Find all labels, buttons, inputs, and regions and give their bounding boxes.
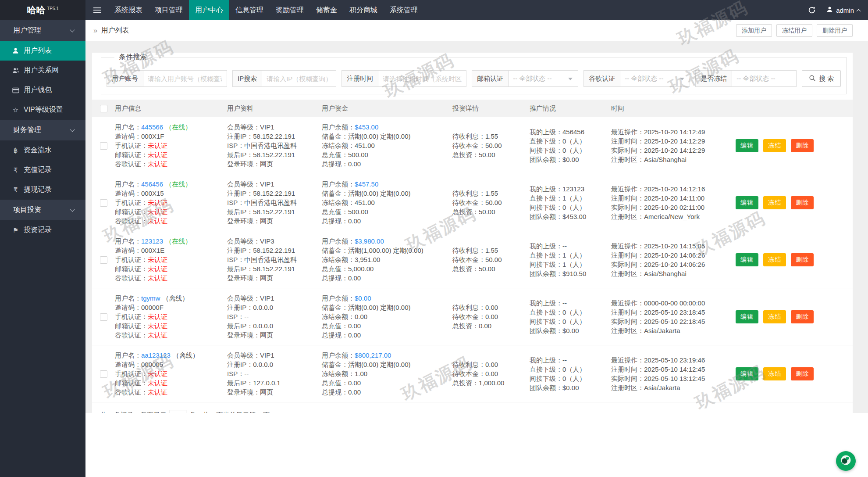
col-header-user-profile: 用户资料: [224, 100, 318, 117]
total-withdraw: 0.00: [348, 388, 361, 396]
pending-interest: 1.55: [485, 133, 498, 140]
field-label: 冻结余额：: [322, 256, 355, 263]
sidebar-item[interactable]: ฿资金流水: [0, 140, 85, 160]
user-account-input[interactable]: [143, 70, 227, 87]
edit-button[interactable]: 编辑: [736, 367, 758, 380]
field-label: 最后IP：: [227, 379, 253, 387]
google-auth-select[interactable]: -- 全部状态 --: [620, 70, 690, 87]
sidebar-group[interactable]: 财务管理: [0, 120, 85, 140]
row-checkbox[interactable]: [100, 313, 107, 321]
refresh-icon[interactable]: [808, 6, 816, 14]
sidebar-item[interactable]: 用户列表: [0, 41, 85, 61]
field-label: 最近操作：: [611, 356, 644, 364]
wallet-icon: [11, 87, 20, 93]
delete-button[interactable]: 删除: [791, 139, 814, 152]
upline: --: [562, 356, 567, 364]
sidebar-item[interactable]: ⚑投资记录: [0, 220, 85, 240]
field-label: 用户名：: [115, 294, 141, 302]
service-icon: [840, 454, 852, 468]
edit-button[interactable]: 编辑: [736, 253, 758, 266]
total-invest: 50.00: [479, 151, 495, 158]
freeze-button[interactable]: 冻结: [763, 310, 786, 323]
freeze-status-select[interactable]: -- 全部状态 --: [732, 70, 797, 87]
sidebar-item[interactable]: ₹提现记录: [0, 180, 85, 200]
row-checkbox[interactable]: [100, 199, 107, 207]
hamburger-menu-icon[interactable]: [85, 0, 108, 20]
freeze-button[interactable]: 冻结: [763, 196, 786, 209]
indirect-downline: 1（人）: [562, 261, 586, 268]
edit-button[interactable]: 编辑: [736, 139, 758, 152]
delete-button[interactable]: 删除: [791, 196, 814, 209]
field-label: 谷歌认证：: [115, 274, 148, 282]
topnav-item[interactable]: 信息管理: [229, 0, 270, 20]
topnav-item[interactable]: 用户中心: [189, 0, 229, 20]
username-link[interactable]: 123123: [141, 237, 163, 245]
topnav-item[interactable]: 项目管理: [149, 0, 189, 20]
username-link[interactable]: 445566: [141, 123, 163, 131]
register-time-input[interactable]: [378, 70, 466, 87]
brand-version: TP5.1: [47, 6, 59, 11]
sidebar-item[interactable]: ☆VIP等级设置: [0, 100, 85, 120]
field-label: 邀请码：: [115, 190, 141, 197]
frozen-balance: 1.00: [355, 370, 367, 377]
service-float-button[interactable]: [836, 451, 856, 471]
cell-user-info: 用户名：aa123123（离线） 邀请码：000005 手机认证：未认证 邮箱认…: [111, 345, 224, 402]
add-user-button[interactable]: 添加用户: [736, 24, 772, 37]
table-header-row: 用户信息 用户资料 用户资金 投资详情 推广情况 时间: [92, 100, 853, 117]
topbar-right: admin: [808, 0, 868, 20]
topnav-item[interactable]: 系统管理: [384, 0, 424, 20]
per-page-select[interactable]: 20: [170, 410, 186, 413]
topnav-item[interactable]: 奖励管理: [270, 0, 310, 20]
edit-button[interactable]: 编辑: [736, 310, 758, 323]
delete-button[interactable]: 删除: [791, 310, 814, 323]
topnav-item[interactable]: 积分商城: [343, 0, 384, 20]
frozen-balance: 451.00: [355, 199, 375, 206]
user-menu[interactable]: admin: [826, 6, 860, 14]
search-button[interactable]: 搜 索: [802, 70, 841, 87]
username-link[interactable]: aa123123: [141, 351, 171, 359]
chevron-up-icon: [857, 9, 861, 13]
topnav-item[interactable]: 储蓄金: [310, 0, 343, 20]
delete-button[interactable]: 删除: [791, 367, 814, 380]
field-label: 登录环境：: [227, 217, 260, 225]
phone-auth-status: 未认证: [148, 370, 167, 377]
cell-user-info: 用户名：456456（在线） 邀请码：000X15 手机认证：未认证 邮箱认证：…: [111, 174, 224, 231]
freeze-user-button[interactable]: 冻结用户: [776, 24, 812, 37]
username-link[interactable]: 456456: [141, 180, 163, 188]
register-time: 2025-10-20 14:12:29: [644, 137, 705, 145]
freeze-button[interactable]: 冻结: [763, 367, 786, 380]
google-auth-field: 谷歌认证-- 全部状态 --: [583, 70, 690, 87]
field-label: 最近操作：: [611, 299, 644, 307]
field-label: 注册IP：: [227, 247, 253, 254]
col-header-promotion: 推广情况: [526, 100, 608, 117]
field-label: 总提现：: [322, 160, 348, 168]
delete-button[interactable]: 删除: [791, 253, 814, 266]
register-timezone: Asia/Shanghai: [644, 270, 687, 277]
select-all-checkbox[interactable]: [100, 105, 107, 112]
topnav-item[interactable]: 系统报表: [108, 0, 149, 20]
email-auth-select[interactable]: -- 全部状态 --: [508, 70, 578, 87]
sidebar-item[interactable]: 用户关系网: [0, 61, 85, 80]
user-balance: $453.00: [355, 123, 378, 131]
row-checkbox[interactable]: [100, 370, 107, 378]
sidebar-item-label: 投资记录: [24, 226, 52, 235]
chevron-down-icon: [680, 78, 684, 82]
row-checkbox[interactable]: [100, 256, 107, 264]
username-link[interactable]: tgymw: [141, 294, 160, 302]
freeze-button[interactable]: 冻结: [763, 139, 786, 152]
sidebar-item[interactable]: 用户钱包: [0, 80, 85, 100]
field-label: 登录环境：: [227, 274, 260, 282]
field-label: 邮箱认证：: [115, 379, 148, 387]
sidebar-group[interactable]: 项目投资: [0, 200, 85, 220]
sidebar-group[interactable]: 用户管理: [0, 20, 85, 41]
field-label: 直接下级：: [530, 137, 562, 145]
field-label: 储蓄金：: [322, 133, 348, 140]
delete-user-button[interactable]: 删除用户: [817, 24, 853, 37]
edit-button[interactable]: 编辑: [736, 196, 758, 209]
total-invest: 1,000.00: [479, 379, 504, 387]
field-label: 注册时间：: [611, 366, 644, 373]
sidebar-item[interactable]: ₹充值记录: [0, 160, 85, 180]
row-checkbox[interactable]: [100, 142, 107, 150]
freeze-button[interactable]: 冻结: [763, 253, 786, 266]
ip-search-input[interactable]: [262, 70, 336, 87]
